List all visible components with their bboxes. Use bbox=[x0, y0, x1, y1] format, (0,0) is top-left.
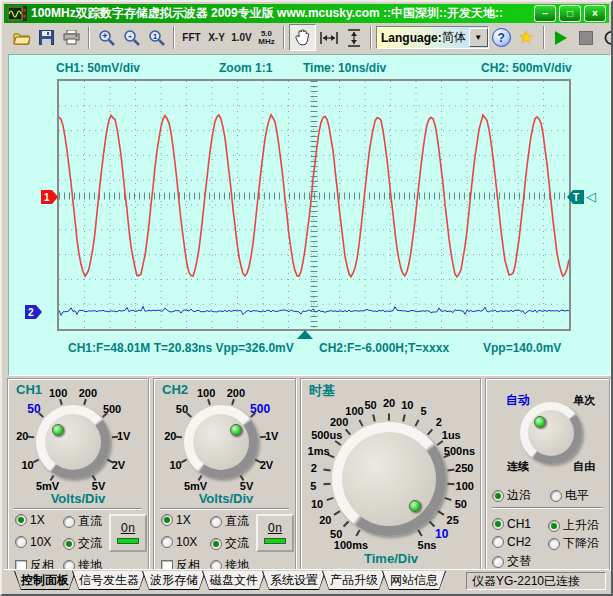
maximize-button[interactable]: □ bbox=[559, 5, 581, 22]
knob-tick-icon bbox=[176, 436, 182, 439]
knob-tick-icon bbox=[28, 436, 34, 439]
knob-tick-icon bbox=[323, 483, 330, 486]
language-label: Language: bbox=[381, 31, 442, 45]
knob-tick-icon bbox=[415, 420, 420, 427]
ch2-ac-radio[interactable]: 交流 bbox=[210, 535, 249, 552]
knob-tick-icon bbox=[326, 497, 333, 501]
knob-face bbox=[193, 414, 249, 470]
tab-product-upgrade[interactable]: 产品升级 bbox=[322, 571, 386, 590]
trigger-source-alt-radio[interactable]: 交替 bbox=[492, 553, 531, 570]
zoom-out-button[interactable]: - bbox=[119, 25, 144, 50]
xy-mode-button[interactable]: X-Y bbox=[204, 25, 229, 50]
radio-icon[interactable] bbox=[550, 490, 562, 502]
open-folder-icon bbox=[13, 31, 31, 45]
ch2-dc-radio[interactable]: 直流 bbox=[210, 513, 249, 530]
trigger-source-ch2-radio[interactable]: CH2 bbox=[492, 535, 531, 549]
radio-icon[interactable] bbox=[210, 516, 222, 528]
radio-icon[interactable] bbox=[548, 538, 560, 550]
knob-label: 500us bbox=[311, 429, 342, 441]
knob-label: 10 bbox=[311, 498, 323, 510]
tab-waveform-storage[interactable]: 波形存储 bbox=[142, 571, 206, 590]
zoom-out-icon: - bbox=[123, 29, 141, 47]
mhz-cal-button[interactable]: 5.0MHz bbox=[254, 25, 279, 50]
ch2-trace bbox=[59, 306, 569, 315]
knob-label: 100 bbox=[345, 405, 363, 417]
vertical-measure-button[interactable] bbox=[341, 25, 366, 50]
tab-system-settings[interactable]: 系统设置 bbox=[262, 571, 326, 590]
tab-signal-generator[interactable]: 信号发生器 bbox=[72, 571, 146, 590]
radio-icon[interactable] bbox=[210, 538, 222, 550]
close-button[interactable]: × bbox=[584, 5, 606, 22]
stop-button[interactable] bbox=[574, 25, 599, 50]
ch2-position-marker[interactable]: 2 bbox=[25, 305, 42, 319]
radio-icon[interactable] bbox=[63, 538, 75, 550]
knob-tick-icon bbox=[231, 399, 235, 405]
knob-tick-icon bbox=[372, 415, 376, 422]
ch2-probe-10x-radio[interactable]: 10X bbox=[161, 535, 197, 549]
trigger-level-radio[interactable]: 电平 bbox=[550, 487, 589, 504]
scope-display: CH1: 50mV/div Zoom 1:1 Time: 10ns/div CH… bbox=[8, 54, 611, 376]
svg-text:-: - bbox=[128, 30, 131, 41]
knob-label: 10 bbox=[21, 459, 33, 471]
knob-label: 2 bbox=[311, 462, 317, 474]
radio-icon[interactable] bbox=[492, 556, 504, 568]
zoom-in-button[interactable]: + bbox=[94, 25, 119, 50]
language-select[interactable]: Language: 简体 ▼ bbox=[376, 26, 489, 49]
radio-icon[interactable] bbox=[492, 490, 504, 502]
stop-icon bbox=[579, 31, 593, 45]
radio-icon[interactable] bbox=[548, 520, 560, 532]
run-button[interactable] bbox=[549, 25, 574, 50]
open-file-button[interactable] bbox=[9, 25, 34, 50]
ch1-on-button[interactable]: On bbox=[109, 514, 147, 552]
titlebar[interactable]: 100MHz双踪数字存储虚拟示波器 2009专业版 www.mcusky.com… bbox=[4, 4, 609, 23]
refresh-button[interactable] bbox=[599, 25, 613, 50]
horizontal-measure-button[interactable] bbox=[316, 25, 341, 50]
knob-label: 250 bbox=[455, 462, 473, 474]
waveform-plot bbox=[59, 81, 569, 329]
minimize-button[interactable]: – bbox=[534, 5, 556, 22]
ch1-position-marker[interactable]: 1 bbox=[41, 190, 58, 204]
knob-label: 50 bbox=[364, 399, 376, 411]
fft-label: FFT bbox=[182, 32, 200, 43]
trigger-source-ch1-radio[interactable]: CH1 bbox=[492, 517, 531, 531]
h-measure-icon bbox=[320, 31, 338, 45]
save-button[interactable] bbox=[34, 25, 59, 50]
tab-disk-files[interactable]: 磁盘文件 bbox=[202, 571, 266, 590]
knob-tick-icon bbox=[333, 510, 340, 515]
trigger-edge-radio[interactable]: 边沿 bbox=[492, 487, 531, 504]
knob-label: 1ms bbox=[308, 445, 330, 457]
radio-icon[interactable] bbox=[161, 536, 173, 548]
dropdown-arrow-icon[interactable]: ▼ bbox=[469, 28, 488, 47]
radio-icon[interactable] bbox=[15, 536, 27, 548]
radio-icon[interactable] bbox=[492, 518, 504, 530]
knob-label: 5mV bbox=[184, 480, 207, 492]
knob-label: 2V bbox=[260, 459, 273, 471]
favorites-button[interactable]: ★ bbox=[514, 25, 539, 50]
radio-icon[interactable] bbox=[63, 516, 75, 528]
print-button[interactable] bbox=[59, 25, 84, 50]
zoom-reset-button[interactable]: 1 bbox=[144, 25, 169, 50]
ch1-dc-radio[interactable]: 直流 bbox=[63, 513, 102, 530]
knob-label: 10 bbox=[169, 459, 181, 471]
tab-website-info[interactable]: 网站信息 bbox=[382, 571, 446, 590]
ch1-probe-1x-radio[interactable]: 1X bbox=[15, 513, 45, 527]
knob-tick-icon bbox=[447, 469, 454, 472]
knob-tick-icon bbox=[418, 530, 423, 537]
volt-cal-button[interactable]: 1.0V bbox=[229, 25, 254, 50]
ch1-probe-10x-radio[interactable]: 10X bbox=[15, 535, 51, 549]
ch2-probe-1x-radio[interactable]: 1X bbox=[161, 513, 191, 527]
knob-label: 100 bbox=[197, 387, 215, 399]
help-button[interactable]: ? bbox=[489, 25, 514, 50]
radio-icon[interactable] bbox=[15, 514, 27, 526]
radio-icon[interactable] bbox=[161, 514, 173, 526]
radio-icon[interactable] bbox=[492, 536, 504, 548]
tab-control-panel[interactable]: 控制面板 bbox=[14, 571, 76, 590]
trigger-falling-radio[interactable]: 下降沿 bbox=[548, 535, 599, 552]
hand-tool-button[interactable] bbox=[289, 24, 316, 51]
fft-button[interactable]: FFT bbox=[179, 25, 204, 50]
ch1-ac-radio[interactable]: 交流 bbox=[63, 535, 102, 552]
trigger-position-marker[interactable] bbox=[297, 330, 313, 339]
knob-tick-icon bbox=[345, 429, 351, 436]
ch2-on-button[interactable]: On bbox=[256, 514, 294, 552]
trigger-rising-radio[interactable]: 上升沿 bbox=[548, 517, 599, 534]
